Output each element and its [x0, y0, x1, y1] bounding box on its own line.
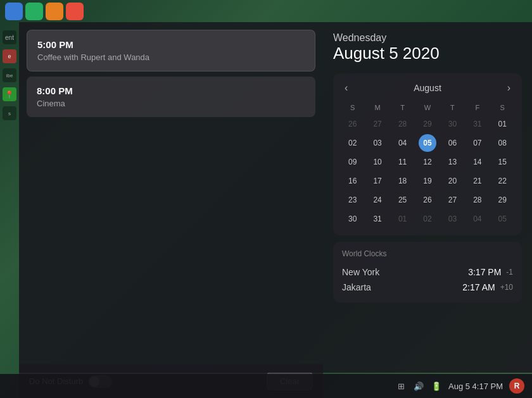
taskbar-datetime: Aug 5 4:17 PM — [448, 382, 503, 391]
cal-day-31-prev[interactable]: 31 — [469, 115, 486, 133]
taskbar-network-icon[interactable]: ⊞ — [395, 380, 407, 392]
cal-day-15[interactable]: 15 — [493, 153, 511, 171]
taskbar-battery-icon[interactable]: 🔋 — [431, 380, 442, 392]
taskbar-avatar[interactable]: R — [509, 378, 524, 394]
clock-row-newyork: New York 3:17 PM -1 — [342, 264, 513, 280]
calendar-header: ‹ August › — [341, 81, 514, 95]
taskbar-volume-icon[interactable]: 🔊 — [413, 380, 424, 392]
calendar-panel: Wednesday August 5 2020 ‹ August › S M T… — [323, 22, 532, 373]
calendar-next-button[interactable]: › — [504, 81, 514, 95]
full-date: August 5 2020 — [333, 44, 522, 63]
clock-row-jakarta: Jakarta 2:17 AM +10 — [342, 280, 513, 295]
clock-city-newyork: New York — [342, 267, 379, 277]
cal-day-09[interactable]: 09 — [344, 153, 362, 171]
left-sidebar: ent e ibe 📍 s — [0, 25, 18, 125]
cal-day-21[interactable]: 21 — [469, 172, 486, 190]
cal-day-29-prev[interactable]: 29 — [419, 115, 436, 133]
cal-day-01-next[interactable]: 01 — [394, 210, 412, 228]
calendar-month-label: August — [414, 83, 441, 93]
cal-day-30[interactable]: 30 — [344, 210, 362, 228]
event-1-title: Coffee with Rupert and Wanda — [37, 53, 305, 62]
cal-day-01[interactable]: 01 — [493, 115, 511, 133]
cal-day-30-prev[interactable]: 30 — [443, 115, 461, 133]
top-app-4[interactable] — [66, 3, 84, 20]
cal-day-16[interactable]: 16 — [344, 172, 362, 190]
event-1-time: 5:00 PM — [37, 39, 305, 50]
cal-day-10[interactable]: 10 — [369, 153, 386, 171]
cal-header-M: M — [365, 101, 389, 114]
top-app-bar — [0, 0, 532, 22]
world-clocks-widget: World Clocks New York 3:17 PM -1 Jakarta… — [333, 242, 522, 302]
cal-day-12[interactable]: 12 — [419, 153, 436, 171]
cal-day-27-prev[interactable]: 27 — [369, 115, 386, 133]
sidebar-icon-5[interactable]: s — [3, 106, 16, 120]
cal-day-02-next[interactable]: 02 — [419, 210, 436, 228]
sidebar-icon-3[interactable]: ibe — [3, 68, 16, 82]
top-app-1[interactable] — [5, 3, 23, 20]
world-clocks-title: World Clocks — [342, 249, 513, 258]
cal-day-03-next[interactable]: 03 — [443, 210, 461, 228]
clock-city-jakarta: Jakarta — [342, 282, 371, 292]
cal-day-22[interactable]: 22 — [493, 172, 511, 190]
sidebar-icon-1[interactable]: ent — [3, 30, 16, 44]
cal-day-18[interactable]: 18 — [394, 172, 412, 190]
top-app-3[interactable] — [46, 3, 63, 20]
cal-day-26-prev[interactable]: 26 — [344, 115, 362, 133]
cal-day-27[interactable]: 27 — [443, 191, 461, 209]
events-panel: 5:00 PM Coffee with Rupert and Wanda 8:0… — [19, 22, 323, 373]
cal-header-T1: T — [391, 101, 414, 114]
clock-time-jakarta: 2:17 AM — [462, 282, 495, 292]
cal-day-26[interactable]: 26 — [419, 191, 436, 209]
cal-day-31[interactable]: 31 — [369, 210, 386, 228]
cal-day-02[interactable]: 02 — [344, 134, 362, 152]
cal-day-11[interactable]: 11 — [394, 153, 412, 171]
cal-header-F: F — [466, 101, 489, 114]
cal-day-07[interactable]: 07 — [469, 134, 486, 152]
clock-time-newyork: 3:17 PM — [468, 267, 501, 277]
main-panel: 5:00 PM Coffee with Rupert and Wanda 8:0… — [19, 22, 532, 373]
calendar-grid: S M T W T F S 26 27 28 29 30 31 01 02 03… — [341, 101, 514, 228]
cal-day-24[interactable]: 24 — [369, 191, 386, 209]
cal-day-20[interactable]: 20 — [443, 172, 461, 190]
cal-day-05-next[interactable]: 05 — [493, 210, 511, 228]
cal-day-19[interactable]: 19 — [419, 172, 436, 190]
clock-offset-newyork: -1 — [506, 268, 513, 277]
clock-offset-jakarta: +10 — [500, 283, 513, 292]
taskbar: ⊞ 🔊 🔋 Aug 5 4:17 PM R — [0, 374, 532, 398]
date-header: Wednesday August 5 2020 — [333, 32, 522, 63]
cal-day-03[interactable]: 03 — [369, 134, 386, 152]
cal-day-28-prev[interactable]: 28 — [394, 115, 412, 133]
top-app-2[interactable] — [25, 3, 43, 20]
cal-day-13[interactable]: 13 — [443, 153, 461, 171]
cal-day-14[interactable]: 14 — [469, 153, 486, 171]
cal-header-W: W — [415, 101, 439, 114]
cal-day-23[interactable]: 23 — [344, 191, 362, 209]
event-card-2[interactable]: 8:00 PM Cinema — [27, 77, 315, 117]
cal-header-S2: S — [491, 101, 514, 114]
calendar-prev-button[interactable]: ‹ — [341, 81, 352, 95]
sidebar-icon-4[interactable]: 📍 — [3, 87, 16, 101]
cal-day-05-today[interactable]: 05 — [419, 134, 436, 152]
cal-day-25[interactable]: 25 — [394, 191, 412, 209]
cal-day-29[interactable]: 29 — [493, 191, 511, 209]
event-card-1[interactable]: 5:00 PM Coffee with Rupert and Wanda — [27, 30, 315, 72]
day-of-week: Wednesday — [333, 32, 522, 44]
cal-day-08[interactable]: 08 — [493, 134, 511, 152]
cal-day-17[interactable]: 17 — [369, 172, 386, 190]
cal-day-06[interactable]: 06 — [443, 134, 461, 152]
event-2-title: Cinema — [37, 99, 305, 108]
sidebar-icon-2[interactable]: e — [3, 49, 16, 63]
cal-day-04-next[interactable]: 04 — [469, 210, 486, 228]
calendar-widget: ‹ August › S M T W T F S 26 27 28 29 30 … — [333, 73, 522, 235]
cal-header-T2: T — [441, 101, 464, 114]
event-2-time: 8:00 PM — [37, 85, 305, 96]
cal-day-28[interactable]: 28 — [469, 191, 486, 209]
cal-header-S1: S — [341, 101, 364, 114]
cal-day-04[interactable]: 04 — [394, 134, 412, 152]
